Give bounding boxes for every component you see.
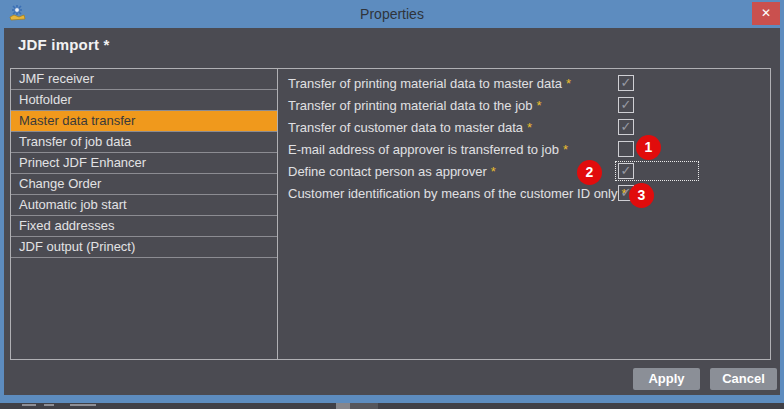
titlebar: Properties ✕ bbox=[0, 0, 784, 28]
setting-label: Transfer of printing material data to th… bbox=[288, 98, 542, 113]
sidebar-item-label: Transfer of job data bbox=[19, 134, 131, 149]
setting-label: Customer identification by means of the … bbox=[288, 186, 627, 201]
annotation-badge: 1 bbox=[636, 135, 661, 160]
sidebar-nav: JMF receiver Hotfolder Master data trans… bbox=[11, 69, 278, 359]
sidebar-item-label: Prinect JDF Enhancer bbox=[19, 155, 146, 170]
sidebar-item-master-data-transfer[interactable]: Master data transfer bbox=[11, 111, 277, 132]
checkmark-icon: ✓ bbox=[619, 76, 633, 90]
sidebar-item-label: Hotfolder bbox=[19, 92, 72, 107]
sidebar-item-hotfolder[interactable]: Hotfolder bbox=[11, 90, 277, 111]
sidebar-item-change-order[interactable]: Change Order bbox=[11, 174, 277, 195]
setting-row: Customer identification by means of the … bbox=[278, 183, 770, 205]
close-icon[interactable]: ✕ bbox=[752, 2, 780, 25]
sidebar-item-label: Change Order bbox=[19, 176, 101, 191]
setting-label: Transfer of customer data to master data… bbox=[288, 120, 532, 135]
sidebar-item-label: JMF receiver bbox=[19, 71, 94, 86]
sidebar-item-label: Automatic job start bbox=[19, 197, 127, 212]
setting-row: Transfer of printing material data to th… bbox=[278, 95, 770, 117]
setting-row: Transfer of customer data to master data… bbox=[278, 117, 770, 139]
required-asterisk: * bbox=[562, 76, 571, 91]
settings-panel: JMF receiver Hotfolder Master data trans… bbox=[10, 68, 771, 360]
setting-checkbox[interactable]: ✓ bbox=[618, 75, 634, 91]
sidebar-item-fixed-addresses[interactable]: Fixed addresses bbox=[11, 216, 277, 237]
sidebar-item-jdf-output-prinect-[interactable]: JDF output (Prinect) bbox=[11, 237, 277, 258]
checkmark-icon: ✓ bbox=[619, 164, 633, 178]
setting-row: Transfer of printing material data to ma… bbox=[278, 73, 770, 95]
setting-row: E-mail address of approver is transferre… bbox=[278, 139, 770, 161]
checkmark-icon: ✓ bbox=[619, 98, 633, 112]
annotation-badge: 2 bbox=[577, 160, 602, 185]
required-asterisk: * bbox=[487, 164, 496, 179]
required-asterisk: * bbox=[532, 98, 541, 113]
settings-rows: Transfer of printing material data to ma… bbox=[278, 69, 770, 359]
setting-checkbox[interactable]: ✓ bbox=[618, 97, 634, 113]
setting-checkbox[interactable]: ✓ bbox=[618, 141, 634, 157]
setting-checkbox[interactable]: ✓ bbox=[618, 119, 634, 135]
dialog-content: JDF import * JMF receiver Hotfolder Mast… bbox=[4, 28, 780, 395]
sidebar-item-prinect-jdf-enhancer[interactable]: Prinect JDF Enhancer bbox=[11, 153, 277, 174]
setting-row: Define contact person as approver* ✓ 2 bbox=[278, 161, 770, 183]
setting-checkbox[interactable]: ✓ bbox=[618, 163, 634, 179]
sidebar-item-automatic-job-start[interactable]: Automatic job start bbox=[11, 195, 277, 216]
sidebar-item-jmf-receiver[interactable]: JMF receiver bbox=[11, 69, 277, 90]
sidebar-item-transfer-of-job-data[interactable]: Transfer of job data bbox=[11, 132, 277, 153]
sidebar-item-label: JDF output (Prinect) bbox=[19, 239, 135, 254]
page-title: JDF import * bbox=[18, 36, 110, 53]
setting-label: Define contact person as approver* bbox=[288, 164, 496, 179]
sidebar-item-label: Fixed addresses bbox=[19, 218, 114, 233]
required-asterisk: * bbox=[523, 120, 532, 135]
apply-button[interactable]: Apply bbox=[633, 368, 700, 390]
required-asterisk: * bbox=[559, 142, 568, 157]
checkmark-icon: ✓ bbox=[619, 120, 633, 134]
properties-dialog: Properties ✕ JDF import * JMF receiver H… bbox=[0, 0, 784, 403]
sidebar-item-label: Master data transfer bbox=[19, 113, 135, 128]
cancel-button[interactable]: Cancel bbox=[710, 368, 777, 390]
window-title: Properties bbox=[0, 0, 784, 28]
background-window-strip bbox=[0, 403, 784, 409]
annotation-badge: 3 bbox=[629, 183, 654, 208]
setting-label: E-mail address of approver is transferre… bbox=[288, 142, 568, 157]
setting-label: Transfer of printing material data to ma… bbox=[288, 76, 571, 91]
